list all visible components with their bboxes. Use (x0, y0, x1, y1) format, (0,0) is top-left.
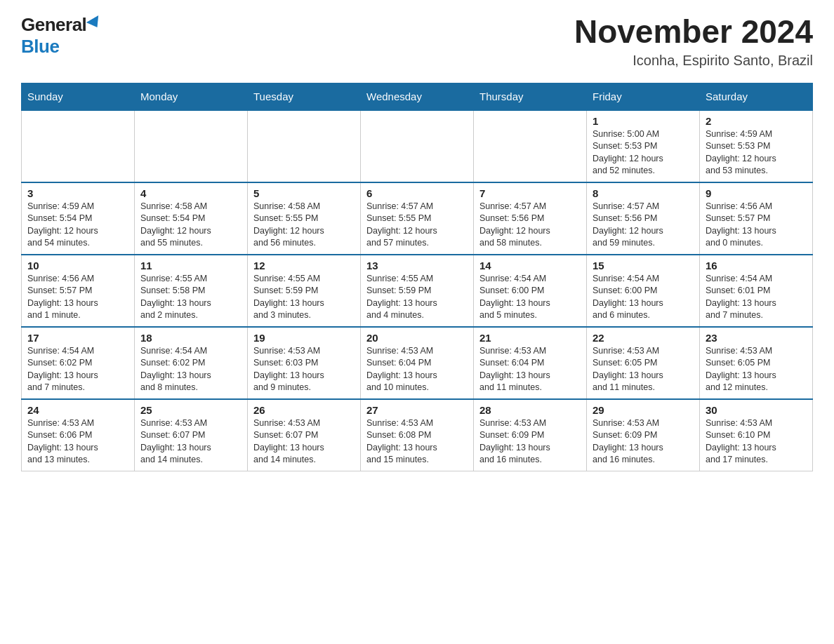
day-info: Sunrise: 4:53 AM Sunset: 6:09 PM Dayligh… (593, 417, 694, 467)
logo-blue-text: Blue (21, 36, 59, 58)
day-number: 23 (706, 332, 807, 344)
calendar-cell: 23Sunrise: 4:53 AM Sunset: 6:05 PM Dayli… (700, 327, 813, 399)
day-number: 10 (27, 260, 128, 271)
day-info: Sunrise: 4:53 AM Sunset: 6:05 PM Dayligh… (593, 345, 694, 394)
day-number: 25 (140, 404, 241, 416)
day-number: 5 (253, 187, 355, 199)
page-header: General Blue November 2024 Iconha, Espir… (21, 14, 813, 69)
day-number: 30 (706, 404, 807, 416)
day-number: 18 (140, 332, 241, 344)
calendar-cell: 9Sunrise: 4:56 AM Sunset: 5:57 PM Daylig… (700, 182, 813, 255)
day-info: Sunrise: 4:55 AM Sunset: 5:59 PM Dayligh… (366, 273, 468, 322)
day-number: 15 (593, 260, 694, 271)
day-info: Sunrise: 4:53 AM Sunset: 6:04 PM Dayligh… (479, 345, 581, 394)
day-number: 29 (593, 404, 694, 416)
calendar-cell: 20Sunrise: 4:53 AM Sunset: 6:04 PM Dayli… (361, 327, 474, 399)
calendar-cell: 10Sunrise: 4:56 AM Sunset: 5:57 PM Dayli… (22, 255, 135, 327)
day-info: Sunrise: 4:53 AM Sunset: 6:05 PM Dayligh… (706, 345, 807, 394)
calendar-table: SundayMondayTuesdayWednesdayThursdayFrid… (21, 83, 813, 471)
header-right: November 2024 Iconha, Espirito Santo, Br… (574, 14, 813, 69)
day-number: 12 (253, 260, 355, 271)
calendar-cell: 25Sunrise: 4:53 AM Sunset: 6:07 PM Dayli… (135, 399, 248, 471)
day-info: Sunrise: 4:54 AM Sunset: 6:01 PM Dayligh… (706, 273, 807, 322)
calendar-week-1: 1Sunrise: 5:00 AM Sunset: 5:53 PM Daylig… (22, 110, 813, 182)
day-info: Sunrise: 4:58 AM Sunset: 5:55 PM Dayligh… (253, 201, 355, 250)
calendar-cell: 28Sunrise: 4:53 AM Sunset: 6:09 PM Dayli… (474, 399, 587, 471)
day-number: 26 (253, 404, 355, 416)
day-info: Sunrise: 4:54 AM Sunset: 6:00 PM Dayligh… (593, 273, 694, 322)
day-info: Sunrise: 4:54 AM Sunset: 6:02 PM Dayligh… (27, 345, 128, 394)
calendar-cell: 2Sunrise: 4:59 AM Sunset: 5:53 PM Daylig… (700, 110, 813, 182)
calendar-cell: 30Sunrise: 4:53 AM Sunset: 6:10 PM Dayli… (700, 399, 813, 471)
calendar-week-3: 10Sunrise: 4:56 AM Sunset: 5:57 PM Dayli… (22, 255, 813, 327)
calendar-cell: 1Sunrise: 5:00 AM Sunset: 5:53 PM Daylig… (587, 110, 700, 182)
calendar-cell: 4Sunrise: 4:58 AM Sunset: 5:54 PM Daylig… (135, 182, 248, 255)
day-info: Sunrise: 4:53 AM Sunset: 6:09 PM Dayligh… (479, 417, 581, 467)
day-number: 20 (366, 332, 468, 344)
day-info: Sunrise: 4:53 AM Sunset: 6:08 PM Dayligh… (366, 417, 468, 467)
day-info: Sunrise: 4:53 AM Sunset: 6:04 PM Dayligh… (366, 345, 468, 394)
calendar-cell (22, 110, 135, 182)
calendar-cell: 22Sunrise: 4:53 AM Sunset: 6:05 PM Dayli… (587, 327, 700, 399)
day-number: 11 (140, 260, 241, 271)
day-number: 7 (479, 187, 581, 199)
location-text: Iconha, Espirito Santo, Brazil (574, 53, 813, 69)
calendar-cell: 14Sunrise: 4:54 AM Sunset: 6:00 PM Dayli… (474, 255, 587, 327)
day-number: 9 (706, 187, 807, 199)
day-number: 16 (706, 260, 807, 271)
day-info: Sunrise: 4:53 AM Sunset: 6:10 PM Dayligh… (706, 417, 807, 467)
calendar-cell: 26Sunrise: 4:53 AM Sunset: 6:07 PM Dayli… (248, 399, 361, 471)
calendar-cell (135, 110, 248, 182)
calendar-cell: 7Sunrise: 4:57 AM Sunset: 5:56 PM Daylig… (474, 182, 587, 255)
day-number: 2 (706, 115, 807, 127)
day-number: 19 (253, 332, 355, 344)
calendar-cell: 6Sunrise: 4:57 AM Sunset: 5:55 PM Daylig… (361, 182, 474, 255)
calendar-cell: 3Sunrise: 4:59 AM Sunset: 5:54 PM Daylig… (22, 182, 135, 255)
calendar-cell: 18Sunrise: 4:54 AM Sunset: 6:02 PM Dayli… (135, 327, 248, 399)
calendar-cell: 16Sunrise: 4:54 AM Sunset: 6:01 PM Dayli… (700, 255, 813, 327)
calendar-header-saturday: Saturday (700, 83, 813, 110)
day-number: 14 (479, 260, 581, 271)
day-number: 6 (366, 187, 468, 199)
calendar-cell (248, 110, 361, 182)
day-info: Sunrise: 5:00 AM Sunset: 5:53 PM Dayligh… (593, 128, 694, 177)
calendar-cell: 17Sunrise: 4:54 AM Sunset: 6:02 PM Dayli… (22, 327, 135, 399)
calendar-cell: 5Sunrise: 4:58 AM Sunset: 5:55 PM Daylig… (248, 182, 361, 255)
calendar-week-4: 17Sunrise: 4:54 AM Sunset: 6:02 PM Dayli… (22, 327, 813, 399)
calendar-cell: 8Sunrise: 4:57 AM Sunset: 5:56 PM Daylig… (587, 182, 700, 255)
calendar-header-monday: Monday (135, 83, 248, 110)
calendar-cell: 19Sunrise: 4:53 AM Sunset: 6:03 PM Dayli… (248, 327, 361, 399)
calendar-cell (474, 110, 587, 182)
day-info: Sunrise: 4:53 AM Sunset: 6:03 PM Dayligh… (253, 345, 355, 394)
calendar-header-tuesday: Tuesday (248, 83, 361, 110)
day-info: Sunrise: 4:55 AM Sunset: 5:59 PM Dayligh… (253, 273, 355, 322)
calendar-cell: 21Sunrise: 4:53 AM Sunset: 6:04 PM Dayli… (474, 327, 587, 399)
month-title: November 2024 (574, 14, 813, 50)
calendar-header-thursday: Thursday (474, 83, 587, 110)
day-info: Sunrise: 4:59 AM Sunset: 5:54 PM Dayligh… (27, 201, 128, 250)
calendar-cell: 11Sunrise: 4:55 AM Sunset: 5:58 PM Dayli… (135, 255, 248, 327)
logo: General Blue (21, 14, 102, 58)
calendar-week-2: 3Sunrise: 4:59 AM Sunset: 5:54 PM Daylig… (22, 182, 813, 255)
day-info: Sunrise: 4:57 AM Sunset: 5:56 PM Dayligh… (593, 201, 694, 250)
day-info: Sunrise: 4:56 AM Sunset: 5:57 PM Dayligh… (27, 273, 128, 322)
day-info: Sunrise: 4:54 AM Sunset: 6:02 PM Dayligh… (140, 345, 241, 394)
day-info: Sunrise: 4:54 AM Sunset: 6:00 PM Dayligh… (479, 273, 581, 322)
calendar-header-friday: Friday (587, 83, 700, 110)
day-number: 27 (366, 404, 468, 416)
day-info: Sunrise: 4:58 AM Sunset: 5:54 PM Dayligh… (140, 201, 241, 250)
day-number: 3 (27, 187, 128, 199)
day-number: 24 (27, 404, 128, 416)
day-info: Sunrise: 4:56 AM Sunset: 5:57 PM Dayligh… (706, 201, 807, 250)
day-info: Sunrise: 4:57 AM Sunset: 5:55 PM Dayligh… (366, 201, 468, 250)
day-number: 13 (366, 260, 468, 271)
calendar-week-5: 24Sunrise: 4:53 AM Sunset: 6:06 PM Dayli… (22, 399, 813, 471)
day-info: Sunrise: 4:53 AM Sunset: 6:07 PM Dayligh… (140, 417, 241, 467)
day-number: 1 (593, 115, 694, 127)
calendar-cell (361, 110, 474, 182)
day-info: Sunrise: 4:53 AM Sunset: 6:07 PM Dayligh… (253, 417, 355, 467)
day-info: Sunrise: 4:53 AM Sunset: 6:06 PM Dayligh… (27, 417, 128, 467)
day-number: 8 (593, 187, 694, 199)
calendar-header-sunday: Sunday (22, 83, 135, 110)
calendar-header-row: SundayMondayTuesdayWednesdayThursdayFrid… (22, 83, 813, 110)
